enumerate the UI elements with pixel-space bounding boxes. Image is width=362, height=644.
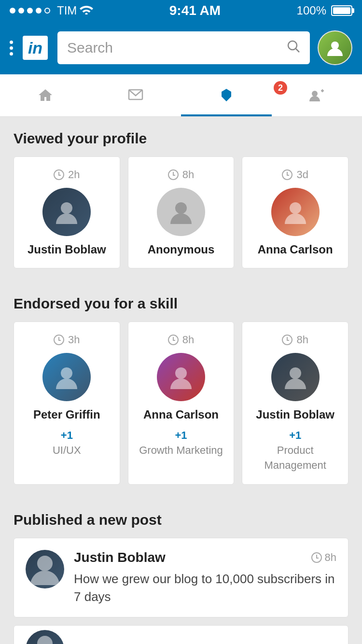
viewed-profile-section-label: Viewed your profile xyxy=(0,117,362,156)
tab-home[interactable] xyxy=(0,74,91,116)
skill-justin2: Product Management xyxy=(248,443,342,473)
bottom-avatar xyxy=(26,630,64,644)
status-left: TIM xyxy=(10,4,93,17)
plus-justin2: +1 xyxy=(248,428,342,443)
post-content-justin: Justin Boblaw 8h How we grew our blog to… xyxy=(74,550,336,605)
svg-point-3 xyxy=(331,42,339,49)
post-header-justin: Justin Boblaw 8h xyxy=(74,550,336,565)
battery-percent: 100% xyxy=(297,4,326,17)
app-header: in Search xyxy=(0,21,362,74)
profile-card-justin[interactable]: 2h Justin Boblaw xyxy=(14,156,120,268)
dot3 xyxy=(27,8,33,14)
time-label-peter: 3h xyxy=(68,334,80,346)
name-justin2: Justin Boblaw xyxy=(256,408,334,421)
profile-card-peter[interactable]: 3h Peter Griffin +1 UI/UX xyxy=(14,322,120,485)
clock-icon-post xyxy=(311,552,322,563)
menu-dot xyxy=(10,52,13,56)
svg-point-5 xyxy=(312,91,318,97)
plus-peter: +1 xyxy=(53,428,81,443)
tab-messages[interactable] xyxy=(91,74,181,116)
name-anon: Anonymous xyxy=(148,243,215,256)
svg-point-0 xyxy=(85,13,88,15)
nav-tabs: 2 xyxy=(0,74,362,117)
endorsement-anna2: +1 Growth Marketing xyxy=(139,428,223,458)
svg-point-8 xyxy=(61,202,72,214)
profile-card-anonymous[interactable]: 8h Anonymous xyxy=(128,156,235,268)
clock-icon xyxy=(54,335,64,345)
time-label-anna2: 8h xyxy=(182,334,194,346)
time-label-justin2: 8h xyxy=(296,334,308,346)
name-peter: Peter Griffin xyxy=(33,408,100,421)
skill-anna2: Growth Marketing xyxy=(139,443,223,458)
card-time-anon: 8h xyxy=(168,168,194,181)
viewed-profile-cards: 2h Justin Boblaw 8h Anonymous 3d xyxy=(0,156,362,282)
svg-point-12 xyxy=(175,367,187,379)
status-right: 100% xyxy=(297,4,352,17)
signal-dots xyxy=(10,8,50,14)
linkedin-wordmark: in xyxy=(23,36,48,60)
svg-point-13 xyxy=(290,367,301,379)
battery-icon xyxy=(331,5,352,16)
avatar-anna xyxy=(271,188,320,236)
tab-connections[interactable]: 2 xyxy=(272,74,362,116)
wifi-icon xyxy=(80,4,93,17)
endorsement-peter: +1 UI/UX xyxy=(53,428,81,458)
dot1 xyxy=(10,8,15,14)
menu-dot xyxy=(10,46,13,50)
post-time: 8h xyxy=(311,551,336,564)
svg-point-10 xyxy=(290,202,301,214)
avatar-anna2 xyxy=(157,353,205,401)
status-bar: TIM 9:41 AM 100% xyxy=(0,0,362,21)
avatar-image xyxy=(319,31,351,64)
card-time-justin2: 8h xyxy=(282,334,308,346)
dot2 xyxy=(18,8,24,14)
post-text: How we grew our blog to 10,000 subscribe… xyxy=(74,570,336,605)
tab-notifications[interactable] xyxy=(181,74,272,116)
avatar-justin xyxy=(42,188,91,236)
name-anna: Anna Carlson xyxy=(258,243,333,256)
menu-button[interactable] xyxy=(10,41,13,56)
clock-icon xyxy=(282,335,292,345)
profile-card-anna2[interactable]: 8h Anna Carlson +1 Growth Marketing xyxy=(128,322,235,485)
connections-badge: 2 xyxy=(274,81,287,95)
time-label-anon: 8h xyxy=(182,168,194,181)
search-icon xyxy=(287,40,300,56)
card-time-peter: 3h xyxy=(54,334,80,346)
avatar-anon xyxy=(157,188,205,236)
linkedin-logo[interactable]: in xyxy=(21,36,50,60)
profile-card-anna[interactable]: 3d Anna Carlson xyxy=(242,156,348,268)
clock-icon xyxy=(168,169,179,180)
time-label-justin: 2h xyxy=(68,168,80,181)
status-time: 9:41 AM xyxy=(169,3,221,18)
card-time-anna2: 8h xyxy=(168,334,194,346)
post-author-name: Justin Boblaw xyxy=(74,550,166,565)
name-anna2: Anna Carlson xyxy=(143,408,219,421)
svg-point-1 xyxy=(288,41,297,50)
name-justin: Justin Boblaw xyxy=(28,243,106,256)
profile-avatar[interactable] xyxy=(318,30,352,65)
svg-point-9 xyxy=(175,202,187,214)
menu-dot xyxy=(10,41,13,44)
bottom-partial-card[interactable] xyxy=(14,625,348,644)
post-avatar-justin xyxy=(26,550,64,588)
svg-point-15 xyxy=(37,636,53,644)
carrier-label: TIM xyxy=(57,4,77,17)
search-bar[interactable]: Search xyxy=(57,31,310,64)
plus-anna2: +1 xyxy=(139,428,223,443)
post-card-justin[interactable]: Justin Boblaw 8h How we grew our blog to… xyxy=(14,538,348,617)
endorsed-skill-section-label: Endorsed you for a skill xyxy=(0,282,362,322)
avatar-justin2 xyxy=(271,353,320,401)
svg-point-14 xyxy=(37,556,53,571)
endorsement-justin2: +1 Product Management xyxy=(248,428,342,473)
clock-icon xyxy=(282,169,292,180)
svg-line-2 xyxy=(296,49,299,52)
time-label-anna: 3d xyxy=(296,168,308,181)
dot5 xyxy=(44,8,50,14)
battery-bar xyxy=(331,5,352,16)
avatar-peter xyxy=(42,353,91,401)
profile-card-justin2[interactable]: 8h Justin Boblaw +1 Product Management xyxy=(242,322,348,485)
card-time-anna: 3d xyxy=(282,168,308,181)
svg-point-11 xyxy=(61,367,72,379)
clock-icon xyxy=(54,169,64,180)
post-time-label: 8h xyxy=(325,551,336,564)
